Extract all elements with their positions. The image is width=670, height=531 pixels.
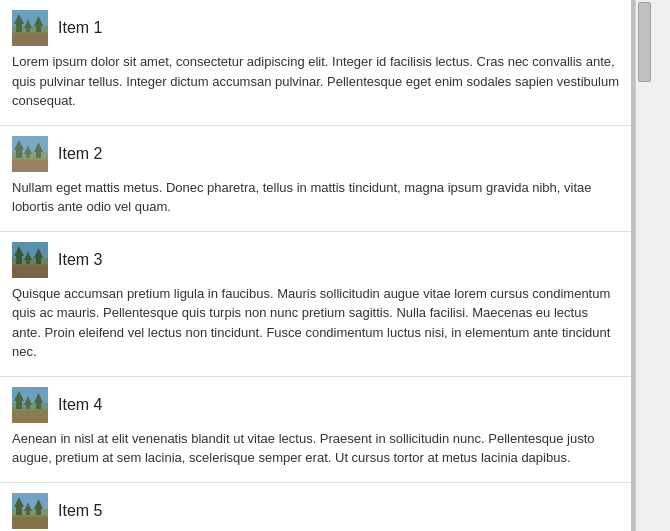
svg-rect-10 — [12, 158, 48, 172]
item-description: Nullam eget mattis metus. Donec pharetra… — [12, 178, 619, 217]
item-title: Item 1 — [58, 19, 102, 37]
item-header: Item 4 — [12, 387, 619, 423]
item-description: Lorem ipsum dolor sit amet, consectetur … — [12, 52, 619, 111]
list-container: Item 1 Lorem ipsum dolor sit amet, conse… — [0, 0, 635, 531]
page-wrapper: Item 1 Lorem ipsum dolor sit amet, conse… — [0, 0, 670, 531]
list-item: Item 1 Lorem ipsum dolor sit amet, conse… — [0, 0, 631, 126]
item-header: Item 5 — [12, 493, 619, 529]
item-thumbnail — [12, 493, 48, 529]
list-item: Item 4 Aenean in nisl at elit venenatis … — [0, 377, 631, 483]
item-header: Item 3 — [12, 242, 619, 278]
item-thumbnail — [12, 10, 48, 46]
item-title: Item 4 — [58, 396, 102, 414]
svg-rect-28 — [12, 409, 48, 423]
list-item: Item 5 Ut consequat magna luctus justo e… — [0, 483, 631, 532]
item-title: Item 5 — [58, 502, 102, 520]
svg-rect-19 — [12, 264, 48, 278]
svg-rect-1 — [12, 32, 48, 46]
list-item: Item 3 Quisque accumsan pretium ligula i… — [0, 232, 631, 377]
scrollbar-thumb[interactable] — [638, 2, 651, 82]
item-description: Quisque accumsan pretium ligula in fauci… — [12, 284, 619, 362]
list-item: Item 2 Nullam eget mattis metus. Donec p… — [0, 126, 631, 232]
item-header: Item 1 — [12, 10, 619, 46]
item-description: Aenean in nisl at elit venenatis blandit… — [12, 429, 619, 468]
scrollbar-track[interactable] — [635, 0, 652, 531]
item-thumbnail — [12, 387, 48, 423]
item-thumbnail — [12, 242, 48, 278]
svg-rect-37 — [12, 515, 48, 529]
item-thumbnail — [12, 136, 48, 172]
item-title: Item 2 — [58, 145, 102, 163]
item-header: Item 2 — [12, 136, 619, 172]
item-title: Item 3 — [58, 251, 102, 269]
